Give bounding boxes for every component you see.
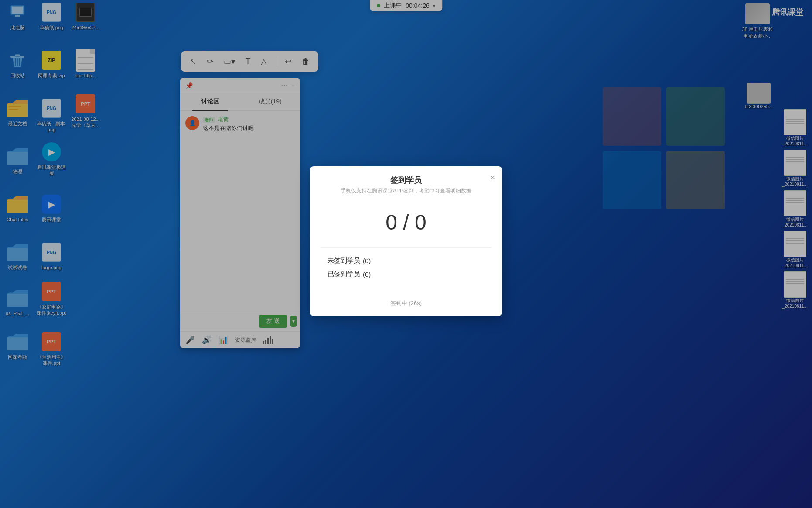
stat-unsigned-label: 未签到学员 [328,257,360,265]
stat-signed: 已签到学员 (0) [328,270,484,278]
modal-checkin: 签到学员 手机仅支持在腾讯课堂APP签到，考勤中可查看明细数据 × 0 / 0 … [310,166,502,316]
modal-score: 0 / 0 [310,202,502,247]
stat-unsigned-count: (0) [363,257,371,264]
stat-unsigned: 未签到学员 (0) [328,257,484,265]
modal-title: 签到学员 [321,175,491,185]
modal-header: 签到学员 手机仅支持在腾讯课堂APP签到，考勤中可查看明细数据 × [310,166,502,202]
modal-stats: 未签到学员 (0) 已签到学员 (0) [310,248,502,292]
modal-status: 签到中 (26s) [310,292,502,316]
modal-subtitle: 手机仅支持在腾讯课堂APP签到，考勤中可查看明细数据 [321,187,491,195]
stat-signed-count: (0) [363,271,371,278]
desktop: 上课中 00:04:26 ▾ ▶ 腾讯课堂 38 用电压表和电流表测小... 此… [0,0,812,508]
modal-close-button[interactable]: × [490,173,495,182]
modal-overlay: 签到学员 手机仅支持在腾讯课堂APP签到，考勤中可查看明细数据 × 0 / 0 … [0,0,812,508]
stat-signed-label: 已签到学员 [328,270,360,278]
